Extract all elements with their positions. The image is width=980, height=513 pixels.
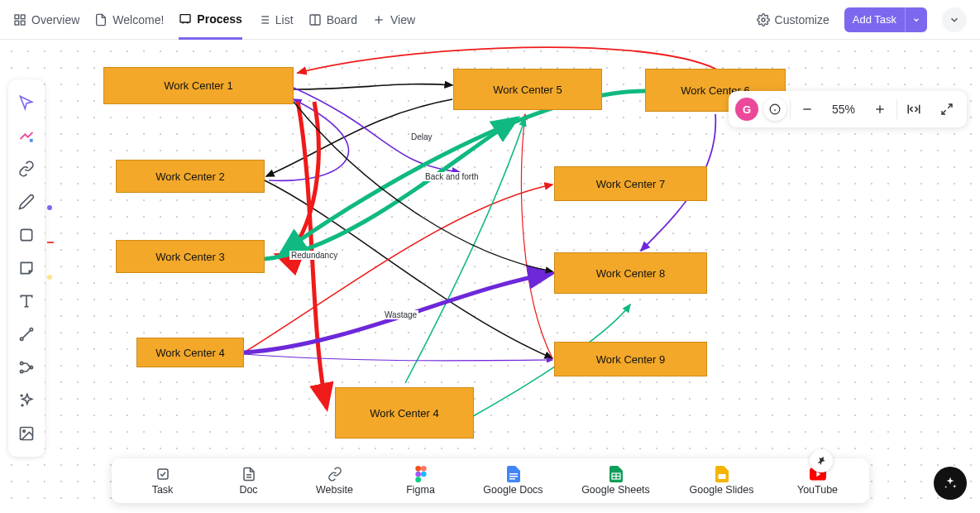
figma-icon	[413, 466, 429, 482]
tab-list[interactable]: List	[257, 0, 294, 40]
tab-label: List	[275, 13, 294, 26]
add-task-label: Add Task	[844, 8, 905, 31]
customize-label: Customize	[775, 13, 829, 26]
overview-icon	[13, 13, 26, 26]
svg-point-23	[21, 370, 23, 372]
node-label: Work Center 1	[164, 79, 233, 92]
insert-figma[interactable]: Figma	[378, 466, 464, 496]
node-label: Work Center 2	[155, 170, 225, 183]
pin-icon	[815, 455, 827, 467]
task-icon	[155, 466, 171, 482]
svg-point-42	[415, 472, 421, 477]
svg-point-22	[21, 362, 23, 364]
node-wc8[interactable]: Work Center 8	[554, 252, 707, 294]
svg-line-35	[948, 104, 952, 108]
gslides-icon	[714, 466, 730, 482]
zoom-level[interactable]: 55%	[824, 103, 863, 116]
node-wc1[interactable]: Work Center 1	[103, 67, 294, 104]
node-label: Work Center 4	[370, 407, 439, 420]
svg-rect-37	[158, 469, 168, 479]
sticky-color-swatch	[47, 275, 52, 280]
text-tool[interactable]	[8, 285, 45, 318]
tab-overview[interactable]: Overview	[13, 0, 79, 40]
gear-icon	[757, 13, 770, 26]
doc-icon	[241, 466, 257, 482]
tab-label: Welcome!	[112, 13, 164, 26]
svg-rect-46	[509, 476, 518, 477]
svg-rect-16	[21, 229, 31, 240]
chevron-down-icon[interactable]	[905, 7, 927, 32]
tab-label: View	[390, 13, 415, 26]
fit-width-button[interactable]	[897, 91, 930, 127]
tab-welcome[interactable]: Welcome!	[94, 0, 164, 40]
svg-line-36	[942, 110, 946, 114]
link-tool[interactable]	[8, 152, 45, 185]
edge-label-wastage: Wastage	[383, 310, 418, 319]
insert-label: Google Sheets	[581, 484, 650, 496]
svg-point-41	[421, 466, 427, 472]
svg-rect-2	[15, 21, 19, 25]
node-label: Work Center 8	[596, 267, 666, 280]
svg-rect-45	[509, 473, 518, 475]
pen-color-swatch	[47, 205, 52, 210]
node-wc7[interactable]: Work Center 7	[554, 166, 707, 201]
tab-label: Process	[197, 12, 241, 26]
ai-tool[interactable]	[8, 119, 45, 152]
insert-website[interactable]: Website	[292, 466, 378, 496]
info-button[interactable]	[763, 98, 786, 121]
shape-color-swatch	[47, 242, 54, 243]
tab-label: Overview	[31, 13, 79, 26]
tab-board[interactable]: Board	[308, 0, 357, 40]
add-task-button[interactable]: Add Task	[844, 7, 927, 32]
node-wc4a[interactable]: Work Center 4	[136, 338, 244, 367]
node-wc9[interactable]: Work Center 9	[554, 342, 707, 376]
link-icon	[327, 466, 343, 482]
tab-addview[interactable]: View	[372, 0, 415, 40]
plus-icon	[873, 103, 887, 116]
connector-tool[interactable]	[8, 318, 45, 351]
pin-button[interactable]	[810, 449, 833, 472]
svg-point-43	[421, 472, 427, 477]
expand-icon	[940, 103, 954, 116]
insert-gsheets[interactable]: Google Sheets	[563, 466, 669, 496]
node-wc3[interactable]: Work Center 3	[116, 240, 265, 273]
svg-point-20	[30, 328, 32, 331]
edge-label-delay: Delay	[409, 132, 434, 141]
tab-process[interactable]: Process	[179, 0, 241, 40]
insert-gdocs[interactable]: Google Docs	[464, 466, 563, 496]
more-button[interactable]	[942, 7, 967, 32]
node-wc4b[interactable]: Work Center 4	[335, 387, 474, 439]
node-label: Work Center 7	[596, 178, 666, 190]
zoom-in-button[interactable]	[863, 91, 896, 127]
plus-icon	[372, 13, 385, 26]
top-navigation: Overview Welcome! Process List Board Vie…	[0, 0, 980, 40]
image-tool[interactable]	[8, 417, 45, 450]
edge-label-redundancy: Redundancy	[289, 251, 339, 260]
svg-point-26	[23, 430, 25, 433]
node-label: Work Center 9	[596, 353, 666, 366]
shape-tool[interactable]	[8, 218, 45, 252]
magic-tool[interactable]	[8, 384, 45, 417]
insert-doc[interactable]: Doc	[206, 466, 292, 496]
node-wc5[interactable]: Work Center 5	[453, 69, 602, 110]
zoom-out-button[interactable]	[791, 91, 824, 127]
node-label: Work Center 5	[493, 84, 562, 96]
ai-fab-button[interactable]	[934, 467, 967, 500]
fullscreen-button[interactable]	[930, 91, 963, 127]
chart-tool[interactable]	[8, 351, 45, 384]
insert-label: Doc	[239, 484, 257, 496]
insert-gslides[interactable]: Google Slides	[669, 466, 775, 496]
pen-tool[interactable]	[8, 185, 45, 218]
node-wc2[interactable]: Work Center 2	[116, 160, 265, 193]
insert-task[interactable]: Task	[120, 466, 206, 496]
insert-bar: Task Doc Website Figma Google Docs Googl…	[112, 458, 869, 503]
svg-rect-0	[15, 15, 19, 19]
sticky-tool[interactable]	[8, 252, 45, 285]
select-tool[interactable]	[8, 86, 45, 119]
whiteboard-icon	[179, 12, 192, 26]
avatar[interactable]: G	[735, 98, 758, 121]
insert-label: Google Docs	[483, 484, 543, 496]
svg-rect-47	[509, 478, 515, 480]
customize-button[interactable]: Customize	[757, 13, 829, 26]
whiteboard-canvas[interactable]: Work Center 1 Work Center 2 Work Center …	[0, 40, 980, 513]
